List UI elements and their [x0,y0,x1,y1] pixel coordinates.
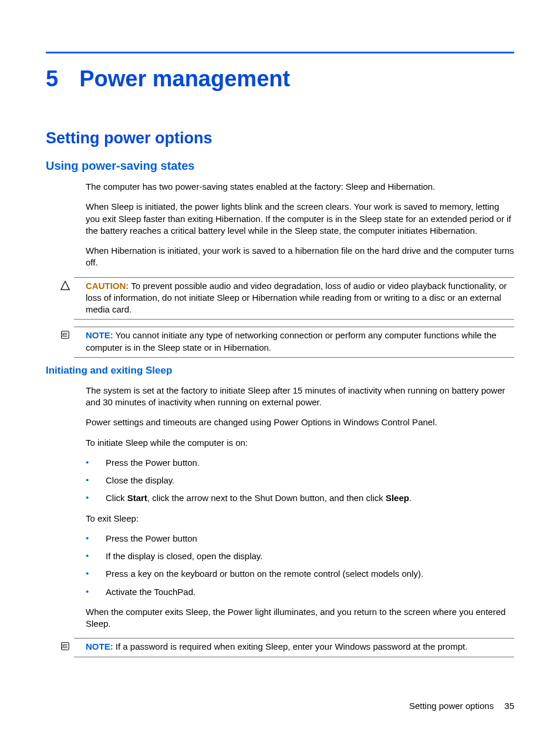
bullet-list: Press the Power button. Close the displa… [106,457,514,505]
note-text: If a password is required when exiting S… [116,641,467,651]
body-paragraph: Power settings and timeouts are changed … [86,416,514,428]
body-paragraph: To initiate Sleep while the computer is … [86,437,514,449]
document-page: 5 Power management Setting power options… [0,0,560,746]
body-paragraph: To exit Sleep: [86,513,514,525]
section-heading-1: Setting power options [46,129,514,147]
body-paragraph: When the computer exits Sleep, the Power… [86,606,514,630]
chapter-title: Power management [79,66,290,92]
note-text: You cannot initiate any type of networki… [86,330,497,352]
note-label: NOTE: [86,641,113,651]
note-label: NOTE: [86,330,113,340]
chapter-heading: 5 Power management [46,66,514,92]
caution-text: To prevent possible audio and video degr… [86,281,507,315]
note-callout: NOTE: If a password is required when exi… [74,638,514,657]
caution-label: CAUTION: [86,281,129,291]
caution-icon [60,280,70,291]
list-item: If the display is closed, open the displ… [106,550,514,562]
list-item: Activate the TouchPad. [106,586,514,598]
footer-title: Setting power options [409,701,494,711]
section-heading-2: Using power-saving states [46,159,514,173]
top-rule [46,52,514,53]
body-paragraph: The system is set at the factory to init… [86,385,514,409]
page-footer: Setting power options 35 [409,701,514,711]
body-paragraph: When Sleep is initiated, the power light… [86,201,514,237]
section-heading-3: Initiating and exiting Sleep [46,365,514,377]
caution-callout: CAUTION: To prevent possible audio and v… [74,277,514,320]
body-paragraph: The computer has two power-saving states… [86,181,514,193]
list-item: Press the Power button [106,533,514,545]
note-icon [60,330,70,340]
body-paragraph: When Hibernation is initiated, your work… [86,245,514,269]
bullet-list: Press the Power button If the display is… [106,533,514,598]
note-callout: NOTE: You cannot initiate any type of ne… [74,327,514,358]
footer-page-number: 35 [504,701,514,711]
chapter-number: 5 [46,66,58,92]
list-item: Close the display. [106,475,514,486]
svg-marker-0 [61,281,69,289]
list-item: Press the Power button. [106,457,514,469]
note-icon [60,641,70,651]
list-item: Click Start, click the arrow next to the… [106,492,514,504]
list-item: Press a key on the keyboard or button on… [106,568,514,580]
